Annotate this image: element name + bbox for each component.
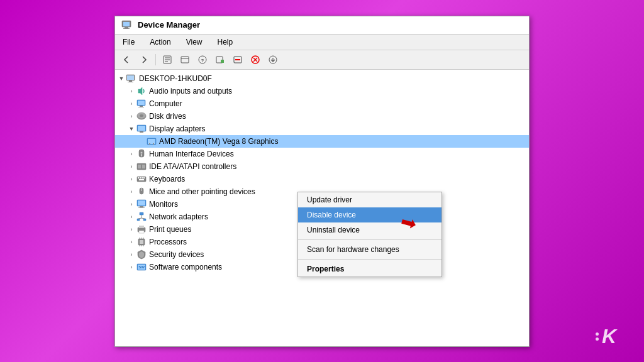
svg-rect-63 xyxy=(139,226,144,228)
menu-action[interactable]: Action xyxy=(147,36,173,48)
computer-icon xyxy=(136,99,147,109)
computer-label: Computer xyxy=(149,99,182,108)
expand-keyboard: › xyxy=(128,176,135,182)
menu-help[interactable]: Help xyxy=(215,36,236,48)
processor-icon xyxy=(136,237,147,247)
toolbar-back[interactable] xyxy=(119,53,134,67)
svg-rect-1 xyxy=(123,22,130,26)
ctx-disable-device[interactable]: Disable device xyxy=(298,207,441,222)
menu-bar: File Action View Help xyxy=(115,35,529,50)
svg-rect-36 xyxy=(149,143,150,145)
toolbar-help[interactable]: ? xyxy=(195,53,210,67)
watermark: K xyxy=(596,325,616,348)
device-manager-window: Device Manager File Action View Help ? xyxy=(114,16,530,347)
svg-rect-66 xyxy=(140,240,143,244)
svg-rect-49 xyxy=(139,179,144,180)
tree-hid[interactable]: › Human Interface Devices xyxy=(115,148,529,160)
toolbar-properties[interactable] xyxy=(160,53,175,67)
toolbar-forward[interactable] xyxy=(136,53,152,67)
svg-text:SW: SW xyxy=(138,265,145,269)
processors-label: Processors xyxy=(149,238,187,246)
dot2 xyxy=(596,337,599,341)
svg-rect-53 xyxy=(138,200,145,206)
disk-label: Disk drives xyxy=(149,112,186,121)
svg-rect-47 xyxy=(142,177,143,178)
main-content: ▼ DESKTOP-1HKUD0F › Audio inputs and out… xyxy=(115,70,529,346)
gpu-icon xyxy=(147,136,157,146)
svg-rect-25 xyxy=(138,101,145,105)
toolbar-disable[interactable] xyxy=(230,53,245,67)
svg-rect-22 xyxy=(129,80,132,82)
toolbar-uninstall[interactable] xyxy=(248,53,263,67)
svg-rect-35 xyxy=(148,139,155,144)
gpu-label: AMD Radeon(TM) Vega 8 Graphics xyxy=(159,137,278,146)
monitor-icon xyxy=(136,199,147,209)
svg-point-30 xyxy=(140,114,143,117)
svg-rect-57 xyxy=(137,219,140,221)
svg-rect-8 xyxy=(181,57,189,63)
audio-label: Audio inputs and outputs xyxy=(149,87,232,96)
svg-point-39 xyxy=(141,151,143,153)
tree-amd-gpu[interactable]: AMD Radeon(TM) Vega 8 Graphics xyxy=(115,135,529,148)
expand-ide: › xyxy=(128,163,135,170)
software-label: Software components xyxy=(149,263,222,272)
keyboard-icon xyxy=(136,174,147,184)
toolbar-sep1 xyxy=(155,54,156,65)
window-title: Device Manager xyxy=(138,20,200,30)
svg-rect-46 xyxy=(140,177,141,178)
svg-rect-40 xyxy=(141,154,142,156)
svg-line-61 xyxy=(142,218,145,219)
expand-computer: › xyxy=(128,101,135,107)
ctx-properties[interactable]: Properties xyxy=(298,261,441,277)
tree-audio[interactable]: › Audio inputs and outputs xyxy=(115,85,529,97)
toolbar-download[interactable] xyxy=(265,53,280,67)
tree-computer[interactable]: › Computer xyxy=(115,97,529,110)
tree-keyboard[interactable]: › Keyboards xyxy=(115,173,529,185)
mice-icon xyxy=(136,187,147,197)
context-menu: Update driver Disable device Uninstall d… xyxy=(297,192,442,277)
svg-rect-3 xyxy=(123,28,130,29)
svg-rect-33 xyxy=(140,131,143,133)
security-label: Security devices xyxy=(149,250,204,259)
watermark-dots xyxy=(596,332,599,341)
menu-file[interactable]: File xyxy=(120,36,137,48)
print-icon xyxy=(136,224,147,234)
window-icon xyxy=(121,20,131,30)
mice-label: Mice and other pointing devices xyxy=(149,187,255,196)
svg-rect-43 xyxy=(142,165,145,168)
expand-root: ▼ xyxy=(118,75,125,82)
svg-rect-55 xyxy=(138,207,145,208)
menu-view[interactable]: View xyxy=(184,36,205,48)
network-icon xyxy=(136,212,147,222)
monitors-label: Monitors xyxy=(149,200,178,209)
tree-disk[interactable]: › Disk drives xyxy=(115,110,529,123)
toolbar-update[interactable] xyxy=(177,53,192,67)
tree-root[interactable]: ▼ DESKTOP-1HKUD0F xyxy=(115,72,529,85)
software-icon: SW xyxy=(136,262,147,272)
svg-rect-64 xyxy=(139,231,144,233)
ctx-update-driver[interactable]: Update driver xyxy=(298,192,441,207)
expand-network: › xyxy=(128,214,135,220)
security-icon xyxy=(136,250,147,260)
tree-display[interactable]: ▼ Display adapters xyxy=(115,123,529,135)
ctx-scan-changes[interactable]: Scan for hardware changes xyxy=(298,242,441,257)
root-icon xyxy=(126,74,136,84)
ctx-sep1 xyxy=(298,239,441,240)
expand-disk: › xyxy=(128,113,135,119)
svg-rect-13 xyxy=(221,60,224,63)
tree-ide[interactable]: › IDE ATA/ATAPI controllers xyxy=(115,160,529,173)
svg-line-60 xyxy=(138,218,142,219)
ctx-uninstall-device[interactable]: Uninstall device xyxy=(298,222,441,238)
expand-software: › xyxy=(128,264,135,270)
svg-text:?: ? xyxy=(201,57,204,63)
toolbar-scan[interactable] xyxy=(213,53,228,67)
title-bar: Device Manager xyxy=(115,16,529,35)
svg-rect-2 xyxy=(125,27,128,28)
ide-icon xyxy=(136,162,147,172)
ctx-sep2 xyxy=(298,259,441,260)
hid-label: Human Interface Devices xyxy=(149,150,234,158)
hid-icon xyxy=(136,149,147,159)
svg-rect-27 xyxy=(138,107,144,107)
svg-rect-42 xyxy=(138,165,141,168)
svg-rect-21 xyxy=(127,75,134,80)
